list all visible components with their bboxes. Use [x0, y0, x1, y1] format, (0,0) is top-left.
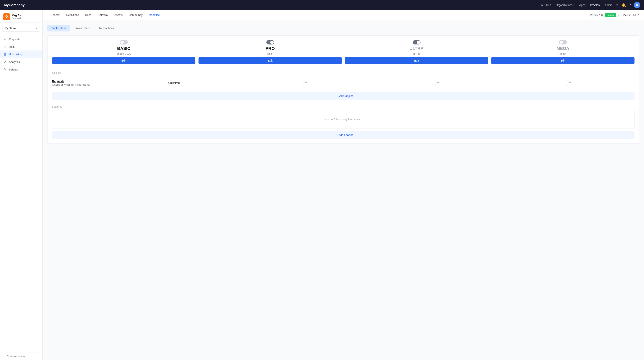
requests-pro-add-button[interactable]: +	[303, 80, 309, 86]
nav-link-apps[interactable]: Apps	[579, 4, 586, 7]
plan-basic-name: BASIC	[117, 46, 130, 51]
features-section-label: Features	[48, 102, 639, 110]
tab-general[interactable]: General	[47, 10, 63, 20]
plan-ultra-toggle[interactable]	[413, 40, 420, 45]
view-in-hub-button[interactable]: View in Hub ↗	[623, 14, 639, 17]
chevron-down-icon: ▾	[20, 14, 22, 17]
chevron-down-icon: ▾	[36, 27, 38, 30]
hub-listing-icon: ◎	[3, 52, 7, 56]
nav-link-admin[interactable]: Admin	[605, 4, 612, 7]
plan-mega-edit-button[interactable]: Edit	[491, 57, 634, 64]
plan-mega-price: $0.00	[560, 53, 566, 56]
plan-ultra-edit-button[interactable]: Edit	[345, 57, 488, 64]
tab-private-plans[interactable]: Private Plans	[70, 25, 94, 32]
toggle-knob	[416, 41, 420, 44]
requests-mega-add-button[interactable]: +	[567, 80, 573, 86]
org-icon: O	[3, 13, 10, 20]
add-object-button[interactable]: + + Add Object	[52, 92, 634, 100]
version-selector[interactable]: Version 1.0 Current ▾	[588, 12, 621, 18]
sidebar-item-requests[interactable]: ○ Requests	[0, 36, 42, 43]
page-content: Public Plans Private Plans Transactions …	[43, 20, 644, 360]
plan-pro: PRO $0.00 Edit	[198, 40, 342, 64]
requests-title[interactable]: Requests	[52, 80, 106, 83]
toggle-knob	[120, 41, 124, 44]
tab-public-plans[interactable]: Public Plans	[47, 25, 70, 32]
plan-basic-toggle[interactable]	[120, 40, 128, 45]
org-info: Org A ▾ Team A1	[12, 14, 22, 20]
main-layout: O Org A ▾ Team A1 My Store ▾ ○ Requests …	[0, 10, 644, 360]
requests-icon: ○	[3, 38, 7, 41]
top-nav-icons: ✉ 🔔 ? U	[616, 2, 640, 8]
tab-assets[interactable]: Assets	[111, 10, 126, 20]
tab-gateway[interactable]: Gateway	[94, 10, 111, 20]
plan-basic-edit-button[interactable]: Edit	[52, 57, 196, 64]
brand-logo: MyCompany	[4, 3, 24, 7]
objects-section-label: Objects	[48, 68, 639, 76]
plans-card: BASIC $0.00/month Edit PRO $0.00 Edit	[47, 35, 639, 144]
plan-basic-price: $0.00/month	[117, 53, 131, 56]
sidebar: O Org A ▾ Team A1 My Store ▾ ○ Requests …	[0, 10, 43, 360]
store-selector[interactable]: My Store ▾	[2, 25, 40, 32]
toggle-knob	[560, 41, 563, 44]
sidebar-item-hub-listing[interactable]: ◎ Hub Listing	[0, 51, 42, 58]
version-label: Version 1.0	[588, 13, 605, 18]
org-name: Org A ▾	[12, 14, 22, 17]
nav-link-my-apis[interactable]: My APIs	[590, 3, 600, 7]
monetize-tabs: Public Plans Private Plans Transactions	[47, 25, 639, 32]
plus-icon: +	[334, 94, 336, 97]
plus-icon: +	[333, 133, 335, 136]
chevron-down-icon: ▾	[573, 4, 574, 7]
plan-mega-name: MEGA	[556, 46, 569, 51]
top-nav-links: API Hub Organizations ▾ Apps My APIs Adm…	[541, 3, 612, 7]
tests-icon: △	[3, 45, 7, 49]
tab-community[interactable]: Community	[126, 10, 146, 20]
tab-docs[interactable]: Docs	[82, 10, 94, 20]
nav-link-organizations[interactable]: Organizations ▾	[556, 4, 574, 7]
requests-row: Requests A call to any endpoint is one r…	[48, 76, 639, 90]
requests-ultra-add-button[interactable]: +	[435, 80, 441, 86]
nav-link-api-hub[interactable]: API Hub	[541, 4, 551, 7]
content-area: General Definitions Docs Gateway Assets …	[43, 10, 644, 360]
tab-definitions[interactable]: Definitions	[63, 10, 82, 20]
avatar[interactable]: U	[634, 2, 640, 8]
tab-transactions[interactable]: Transactions	[94, 25, 118, 32]
version-badge: Current	[605, 13, 616, 17]
plan-basic: BASIC $0.00/month Edit	[52, 40, 196, 64]
toggle-knob	[270, 41, 274, 44]
plan-ultra-name: ULTRA	[410, 46, 424, 51]
sidebar-item-tests[interactable]: △ Tests	[0, 43, 42, 51]
sub-navigation: General Definitions Docs Gateway Assets …	[43, 10, 644, 20]
analytics-icon: ↗	[3, 60, 7, 64]
sidebar-item-analytics[interactable]: ↗ Analytics	[0, 58, 42, 66]
plan-ultra-price: $0.00	[413, 53, 420, 56]
plan-pro-price: $0.00	[267, 53, 273, 56]
sub-nav-tabs: General Definitions Docs Gateway Assets …	[47, 10, 588, 20]
add-feature-button[interactable]: + + Add Feature	[52, 131, 634, 139]
plan-pro-toggle[interactable]	[266, 40, 274, 45]
requests-info: Requests A call to any endpoint is one r…	[52, 80, 106, 86]
plan-pro-name: PRO	[266, 46, 275, 51]
bell-icon[interactable]: 🔔	[622, 3, 626, 7]
sub-nav-right: Version 1.0 Current ▾ View in Hub ↗	[588, 12, 639, 18]
sidebar-nav: ○ Requests △ Tests ◎ Hub Listing ↗ Analy…	[0, 34, 42, 352]
plans-header: BASIC $0.00/month Edit PRO $0.00 Edit	[48, 36, 639, 68]
settings-icon: ✎	[3, 68, 7, 71]
org-team: Team A1	[12, 17, 22, 20]
plan-mega-toggle[interactable]	[559, 40, 567, 45]
mail-icon[interactable]: ✉	[616, 3, 618, 7]
collapse-icon: ⊣	[3, 355, 5, 358]
org-selector[interactable]: O Org A ▾ Team A1	[0, 10, 42, 23]
requests-description: A call to any endpoint is one request.	[52, 84, 106, 86]
plan-pro-edit-button[interactable]: Edit	[198, 57, 342, 64]
collapse-sidebar-button[interactable]: ⊣ Collapse sidebar	[0, 352, 42, 360]
plan-mega: MEGA $0.00 Edit	[491, 40, 634, 64]
plan-ultra: ULTRA $0.00 Edit	[345, 40, 488, 64]
sidebar-item-settings[interactable]: ✎ Settings	[0, 66, 42, 73]
external-link-icon: ↗	[637, 14, 639, 17]
features-empty-state: You don't have any features yet	[52, 110, 634, 129]
chevron-down-icon[interactable]: ▾	[616, 13, 620, 18]
help-icon[interactable]: ?	[629, 3, 631, 7]
requests-basic-value: Unlimited	[110, 81, 238, 84]
tab-monetize[interactable]: Monetize	[146, 10, 163, 20]
top-navigation: MyCompany API Hub Organizations ▾ Apps M…	[0, 0, 644, 10]
